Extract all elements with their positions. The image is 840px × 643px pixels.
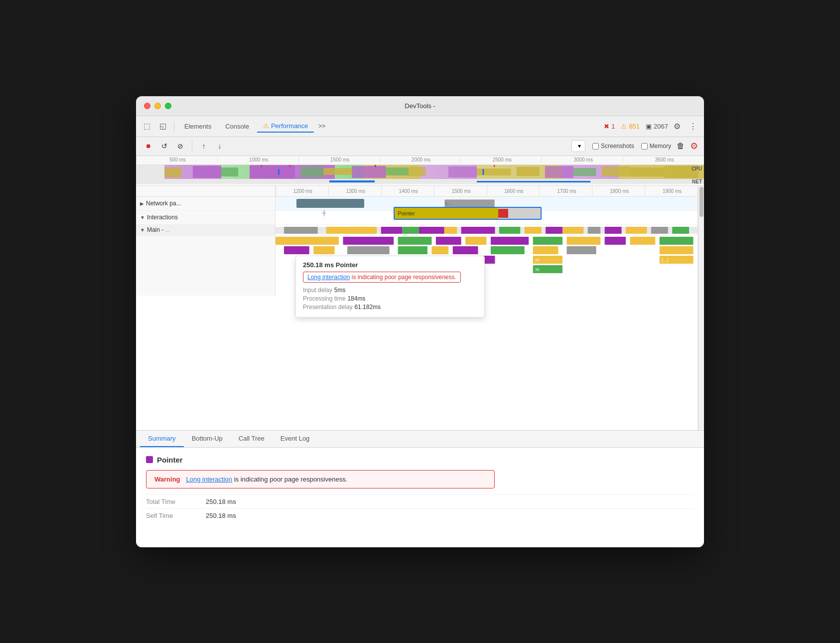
pointer-block-main: Pointer bbox=[395, 208, 498, 219]
svg-rect-3 bbox=[250, 165, 295, 178]
screenshots-label: Screenshots bbox=[601, 143, 634, 150]
screenshots-checkbox[interactable] bbox=[592, 143, 599, 150]
svg-rect-56 bbox=[453, 246, 478, 254]
summary-content: Pointer Warning Long interaction is indi… bbox=[136, 448, 704, 547]
self-time-value: 250.18 ms bbox=[206, 512, 236, 519]
tab-console[interactable]: Console bbox=[219, 121, 255, 132]
tick-3000ms: 3000 ms bbox=[542, 157, 623, 162]
network-expand-icon[interactable]: ▶ bbox=[140, 201, 144, 206]
performance-settings-icon[interactable]: ⚙ bbox=[690, 141, 698, 152]
tab-call-tree[interactable]: Call Tree bbox=[231, 431, 273, 447]
traffic-lights bbox=[144, 103, 171, 109]
tick-1800: 1800 ms bbox=[592, 186, 645, 196]
close-button[interactable] bbox=[144, 103, 150, 109]
svg-rect-17 bbox=[261, 165, 262, 167]
clear-button[interactable]: ⊘ bbox=[174, 140, 187, 153]
tab-summary[interactable]: Summary bbox=[140, 431, 184, 447]
timeline-overview[interactable]: 500 ms 1000 ms 1500 ms 2000 ms 2500 ms 3… bbox=[136, 156, 704, 186]
main-expand-icon[interactable]: ▼ bbox=[140, 227, 145, 233]
svg-rect-52 bbox=[313, 246, 334, 254]
svg-rect-6 bbox=[352, 166, 386, 178]
svg-rect-58 bbox=[533, 246, 559, 254]
pointer-interaction-block[interactable]: Pointer bbox=[394, 207, 541, 220]
long-interaction-summary-link[interactable]: Long interaction bbox=[186, 476, 233, 483]
total-time-label: Total Time bbox=[146, 498, 196, 505]
svg-rect-15 bbox=[630, 167, 664, 176]
svg-rect-43 bbox=[436, 237, 461, 245]
tab-performance[interactable]: ⚠Performance bbox=[257, 120, 314, 133]
svg-rect-45 bbox=[491, 237, 529, 245]
main-summary-svg bbox=[276, 225, 698, 235]
svg-text:Xt: Xt bbox=[535, 267, 540, 272]
inspect-icon[interactable]: ◱ bbox=[156, 119, 170, 133]
controls-bar: ⏺ ↺ ⊘ ↑ ↓ ▾ Screenshots Memory 🗑 ⚙ bbox=[136, 137, 704, 156]
interactions-label: Interactions bbox=[147, 214, 178, 221]
svg-rect-40 bbox=[276, 237, 339, 245]
download-button[interactable]: ↓ bbox=[213, 140, 226, 153]
record-button[interactable]: ⏺ bbox=[142, 140, 155, 153]
svg-rect-44 bbox=[465, 237, 486, 245]
svg-rect-39 bbox=[672, 227, 689, 234]
svg-rect-10 bbox=[477, 168, 511, 175]
memory-checkbox[interactable] bbox=[641, 143, 648, 150]
pointer-block-red bbox=[498, 209, 508, 218]
tick-1700: 1700 ms bbox=[539, 186, 592, 196]
dropdown-arrow-icon: ▾ bbox=[578, 143, 581, 150]
svg-rect-12 bbox=[545, 166, 573, 178]
svg-rect-24 bbox=[284, 227, 318, 234]
memory-icon-btn[interactable]: 🗑 bbox=[674, 140, 687, 153]
svg-rect-2 bbox=[221, 167, 238, 176]
memory-checkbox-group: Memory bbox=[641, 143, 671, 150]
svg-rect-19 bbox=[375, 165, 376, 167]
reload-record-button[interactable]: ↺ bbox=[158, 140, 171, 153]
minimize-button[interactable] bbox=[154, 103, 161, 109]
scrollbar-thumb bbox=[700, 187, 703, 217]
svg-rect-18 bbox=[289, 165, 290, 167]
devtools-window: DevTools - ⬚ ◱ Elements Console ⚠Perform… bbox=[136, 96, 704, 547]
tab-elements[interactable]: Elements bbox=[178, 121, 217, 132]
tab-bottom-up[interactable]: Bottom-Up bbox=[184, 431, 231, 447]
interaction-marker-1 bbox=[322, 210, 326, 216]
cursor-icon[interactable]: ⬚ bbox=[140, 119, 154, 133]
cpu-chart-svg bbox=[136, 165, 704, 179]
upload-button[interactable]: ↑ bbox=[197, 140, 210, 153]
main-thread-label: ▼ Main - ... bbox=[136, 225, 276, 235]
more-tabs-button[interactable]: >> bbox=[316, 120, 328, 132]
svg-rect-7 bbox=[386, 167, 409, 175]
settings-button[interactable]: ⚙ bbox=[670, 119, 684, 133]
tooltip-presentation-row: Presentation delay 61.182ms bbox=[303, 304, 477, 311]
warning-box: Warning Long interaction is indicating p… bbox=[146, 470, 495, 488]
filter-dropdown[interactable]: ▾ bbox=[571, 140, 585, 152]
self-time-row: Self Time 250.18 ms bbox=[146, 508, 694, 522]
tab-event-log[interactable]: Event Log bbox=[273, 431, 318, 447]
right-scrollbar[interactable] bbox=[698, 186, 704, 430]
svg-rect-9 bbox=[448, 166, 477, 177]
net-bar: NET bbox=[136, 179, 704, 184]
tick-1600: 1600 ms bbox=[487, 186, 540, 196]
svg-rect-25 bbox=[326, 227, 377, 234]
self-time-label: Self Time bbox=[146, 512, 196, 519]
svg-rect-11 bbox=[517, 167, 540, 176]
svg-rect-53 bbox=[347, 246, 390, 254]
long-interaction-link[interactable]: Long interaction bbox=[307, 274, 350, 281]
interactions-trace-row: ▼ Interactions Pointer bbox=[136, 211, 698, 225]
more-options-button[interactable]: ⋮ bbox=[686, 119, 700, 133]
svg-rect-48 bbox=[605, 237, 626, 245]
screenshots-checkbox-group: Screenshots bbox=[592, 143, 634, 150]
network-label: Network pa... bbox=[146, 200, 181, 207]
tick-1300: 1300 ms bbox=[328, 186, 381, 196]
tick-1000ms: 1000 ms bbox=[217, 157, 298, 162]
interactions-expand-icon[interactable]: ▼ bbox=[140, 215, 145, 220]
svg-rect-37 bbox=[626, 227, 647, 234]
svg-rect-4 bbox=[301, 166, 324, 177]
tick-3500ms: 3500 ms bbox=[623, 157, 704, 162]
tooltip: 250.18 ms Pointer Long interaction is in… bbox=[295, 256, 485, 318]
warning-label: Warning bbox=[154, 476, 180, 483]
window-title: DevTools - bbox=[405, 102, 435, 110]
svg-rect-38 bbox=[651, 227, 668, 234]
main-content: 1200 ms 1300 ms 1400 ms 1500 ms 1600 ms … bbox=[136, 186, 704, 430]
svg-rect-8 bbox=[409, 167, 425, 176]
maximize-button[interactable] bbox=[165, 103, 171, 109]
svg-rect-13 bbox=[573, 168, 596, 176]
tick-1900: 1900 ms bbox=[645, 186, 698, 196]
